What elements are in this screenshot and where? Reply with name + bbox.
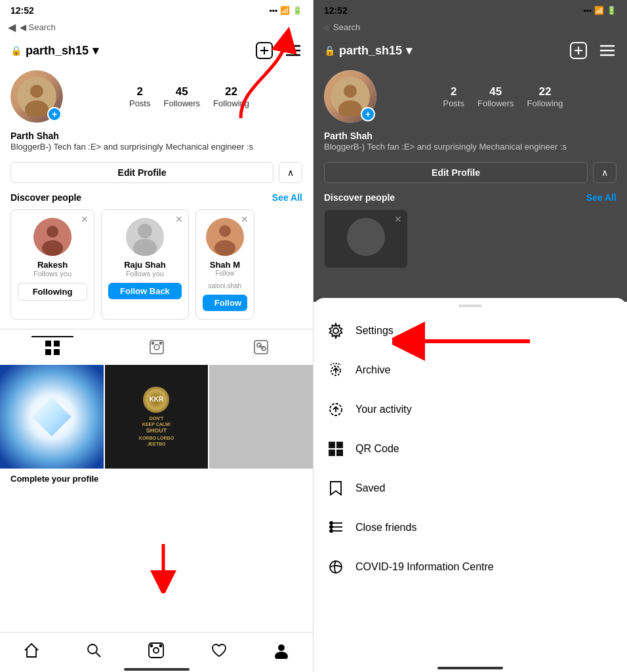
left-profile-info: + 2 Posts 45 Followers 22 Following <box>0 65 313 128</box>
diamond-image <box>0 365 104 469</box>
right-time: 12:52 <box>324 5 348 16</box>
search-back-label: ◀ Search <box>20 22 56 32</box>
tagged-tab[interactable] <box>240 336 282 358</box>
right-bio-text: BloggerB-) Tech fan :E> and surprisingly… <box>324 141 617 153</box>
reels-tab[interactable] <box>136 336 178 358</box>
svg-point-35 <box>160 645 162 647</box>
follow-shahm-button[interactable]: Follow <box>203 295 247 311</box>
right-home-indicator <box>314 667 627 669</box>
grid-tabs <box>0 329 313 365</box>
right-see-all-button[interactable]: See All <box>586 192 617 203</box>
archive-icon <box>327 361 345 379</box>
right-close-1-button[interactable]: ✕ <box>394 214 402 224</box>
covid-label: COVID-19 Information Centre <box>355 561 494 573</box>
following-rakesh-button[interactable]: Following <box>18 283 87 301</box>
right-hamburger-icon[interactable] <box>598 41 617 60</box>
left-bio: Parth Shah BloggerB-) Tech fan :E> and s… <box>0 128 313 158</box>
followers-count: 45 <box>163 85 200 98</box>
person-card-raju: ✕ Raju Shah Follows you Follow Back <box>101 209 189 320</box>
back-arrow-icon: ◀ <box>8 21 16 33</box>
posts-label: Posts <box>129 98 151 108</box>
bio-text: BloggerB-) Tech fan :E> and surprisingly… <box>10 141 302 153</box>
see-all-button[interactable]: See All <box>272 192 302 203</box>
right-battery-icon: 🔋 <box>607 6 617 15</box>
right-username-row[interactable]: 🔒 parth_sh15 ▾ <box>324 43 412 58</box>
posts-count: 2 <box>129 85 151 98</box>
right-person-1-avatar <box>347 218 385 256</box>
close-rakesh-button[interactable]: ✕ <box>81 214 89 224</box>
left-profile-header: 🔒 parth_sh15 ▾ <box>0 39 313 65</box>
left-status-bar: 12:52 ▪▪▪ 📶 🔋 <box>0 0 313 18</box>
hamburger-icon[interactable] <box>284 41 302 60</box>
close-raju-button[interactable]: ✕ <box>175 214 183 224</box>
saved-icon <box>327 479 345 497</box>
kkr-content: KKR DON'TKEEP CALM!SHOUTKORBO LORBOJEETB… <box>135 383 178 451</box>
left-home-indicator <box>0 668 313 671</box>
likes-nav-button[interactable] <box>204 639 234 662</box>
right-followers-label: Followers <box>477 98 514 108</box>
bottom-nav <box>0 632 313 672</box>
username-row[interactable]: 🔒 parth_sh15 ▾ <box>10 43 98 58</box>
chevron-up-button[interactable]: ∧ <box>279 162 302 183</box>
following-stat: 22 Following <box>213 85 249 108</box>
right-chevron-up-button[interactable]: ∧ <box>593 162 617 183</box>
settings-menu-item[interactable]: Settings <box>314 311 627 350</box>
left-top-nav[interactable]: ◀ ◀ Search <box>0 18 313 39</box>
svg-point-34 <box>151 645 153 647</box>
wifi-icon: 📶 <box>280 6 290 15</box>
activity-label: Your activity <box>355 404 412 415</box>
followers-stat: 45 Followers <box>163 85 200 108</box>
right-home-bar <box>437 667 503 669</box>
home-nav-button[interactable] <box>16 639 47 662</box>
shahm-sub: Follow <box>215 270 234 277</box>
svg-rect-57 <box>331 452 333 454</box>
photo-cell-3[interactable] <box>209 365 313 469</box>
search-nav-button[interactable] <box>79 639 109 662</box>
follow-back-raju-button[interactable]: Follow Back <box>108 283 182 299</box>
add-photo-button[interactable]: + <box>47 107 62 121</box>
following-count: 22 <box>213 85 249 98</box>
reels-nav-button[interactable] <box>141 639 171 662</box>
right-status-icons: ▪▪▪ 📶 🔋 <box>583 6 617 15</box>
photo-cell-1[interactable] <box>0 365 104 469</box>
svg-point-30 <box>88 644 97 654</box>
chevron-down-icon: ▾ <box>92 43 98 58</box>
svg-rect-18 <box>45 341 51 346</box>
svg-point-16 <box>219 225 231 237</box>
qrcode-menu-item[interactable]: QR Code <box>314 429 627 469</box>
right-posts-count: 2 <box>443 85 464 98</box>
new-post-icon[interactable] <box>255 41 273 60</box>
archive-menu-item[interactable]: Archive <box>314 350 627 390</box>
close-friends-menu-item[interactable]: Close friends <box>314 508 627 547</box>
diamond-shape <box>32 397 71 436</box>
saved-menu-item[interactable]: Saved <box>314 469 627 508</box>
sheet-handle <box>314 298 627 311</box>
covid-menu-item[interactable]: COVID-19 Information Centre <box>314 547 627 587</box>
profile-nav-button[interactable] <box>266 639 296 662</box>
right-add-photo-button[interactable]: + <box>361 107 375 121</box>
shahm-sub2: saloni.shah <box>209 282 242 289</box>
right-edit-profile-button[interactable]: Edit Profile <box>324 162 588 183</box>
rakesh-avatar <box>33 218 71 256</box>
right-discover-title: Discover people <box>324 192 395 203</box>
qr-icon <box>327 440 345 458</box>
grid-tab[interactable] <box>31 336 73 358</box>
svg-rect-58 <box>337 450 339 452</box>
right-top-nav[interactable]: ◀ Search <box>314 18 627 39</box>
photo-grid: KKR DON'TKEEP CALM!SHOUTKORBO LORBOJEETB… <box>0 365 313 469</box>
close-shahm-button[interactable]: ✕ <box>241 214 249 224</box>
edit-profile-button[interactable]: Edit Profile <box>10 162 273 183</box>
rakesh-name: Rakesh <box>37 260 68 270</box>
svg-line-31 <box>96 653 101 658</box>
your-activity-menu-item[interactable]: Your activity <box>314 390 627 429</box>
right-panel: 12:52 ▪▪▪ 📶 🔋 ◀ Search 🔒 parth_sh15 ▾ <box>314 0 627 672</box>
right-profile-wrapper: 12:52 ▪▪▪ 📶 🔋 ◀ Search 🔒 parth_sh15 ▾ <box>314 0 627 275</box>
right-edit-profile-row: Edit Profile ∧ <box>314 158 627 187</box>
avatar-container: + <box>10 70 63 123</box>
svg-point-67 <box>330 530 333 532</box>
svg-point-33 <box>153 648 159 653</box>
svg-point-68 <box>330 561 342 573</box>
right-new-post-icon[interactable] <box>569 41 588 60</box>
photo-cell-2[interactable]: KKR DON'TKEEP CALM!SHOUTKORBO LORBOJEETB… <box>105 365 209 469</box>
followers-label: Followers <box>163 98 200 108</box>
